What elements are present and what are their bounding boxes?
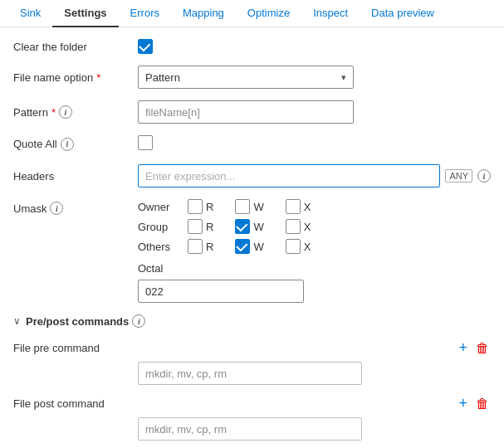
quote-all-row: Quote All i bbox=[13, 135, 491, 153]
pre-post-info-icon[interactable]: i bbox=[132, 314, 145, 328]
file-name-option-control: Pattern ▾ bbox=[138, 66, 491, 89]
umask-others-w-group: W bbox=[235, 239, 263, 254]
umask-others-x-checkbox[interactable] bbox=[286, 239, 301, 254]
file-pre-command-delete-button[interactable]: 🗑 bbox=[474, 339, 491, 358]
tab-bar: Sink Settings Errors Mapping Optimize In… bbox=[0, 0, 504, 27]
file-post-command-add-button[interactable]: + bbox=[457, 393, 469, 414]
umask-group-w-label: W bbox=[253, 221, 263, 233]
quote-all-checkbox[interactable] bbox=[138, 135, 153, 150]
pre-post-chevron-icon[interactable]: ∨ bbox=[13, 315, 21, 327]
umask-owner-label: Owner bbox=[138, 201, 179, 213]
pre-post-title: Pre/post commands i bbox=[26, 314, 145, 328]
pattern-info-icon[interactable]: i bbox=[59, 105, 72, 119]
file-pre-command-input[interactable]: mkdir, mv, cp, rm bbox=[138, 362, 362, 385]
umask-others-r-checkbox[interactable] bbox=[188, 239, 203, 254]
headers-control: Enter expression... ANY i bbox=[138, 164, 491, 187]
clear-folder-row: Clear the folder bbox=[13, 39, 491, 54]
file-name-option-value: Pattern bbox=[145, 71, 180, 84]
umask-grid: Owner R W X Group bbox=[138, 199, 491, 303]
headers-any-badge: ANY bbox=[445, 169, 472, 183]
file-post-command-label: File post command bbox=[13, 397, 138, 410]
umask-owner-row: Owner R W X bbox=[138, 199, 491, 214]
umask-owner-r-checkbox[interactable] bbox=[188, 199, 203, 214]
tab-settings[interactable]: Settings bbox=[52, 0, 118, 27]
file-pre-command-input-row: mkdir, mv, cp, rm bbox=[13, 362, 491, 385]
umask-owner-w-group: W bbox=[235, 199, 263, 214]
clear-folder-control bbox=[138, 39, 491, 54]
file-pre-command-label: File pre command bbox=[13, 342, 138, 354]
tab-optimize[interactable]: Optimize bbox=[236, 0, 301, 27]
octal-label: Octal bbox=[138, 262, 163, 275]
umask-label: Umask i bbox=[13, 199, 138, 215]
pattern-input[interactable]: fileName[n] bbox=[138, 100, 354, 124]
quote-all-label: Quote All i bbox=[13, 138, 138, 151]
octal-input[interactable]: 022 bbox=[138, 280, 304, 303]
umask-group-x-group: X bbox=[286, 219, 311, 234]
umask-others-label: Others bbox=[138, 241, 179, 253]
umask-group-row: Group R W X bbox=[138, 219, 491, 234]
pre-post-section-header: ∨ Pre/post commands i bbox=[13, 314, 491, 328]
tab-data-preview[interactable]: Data preview bbox=[360, 0, 446, 27]
file-pre-command-add-button[interactable]: + bbox=[457, 338, 469, 358]
umask-group-w-checkbox[interactable] bbox=[235, 219, 250, 234]
headers-expression-wrapper: Enter expression... ANY i bbox=[138, 164, 491, 187]
umask-group-label: Group bbox=[138, 221, 179, 233]
file-post-command-input-row: mkdir, mv, cp, rm bbox=[13, 417, 491, 441]
umask-group-r-label: R bbox=[206, 221, 213, 233]
umask-octal-row: Octal bbox=[138, 259, 491, 275]
file-name-option-label: File name option * bbox=[13, 71, 138, 84]
umask-owner-x-label: X bbox=[304, 201, 311, 213]
umask-group-x-label: X bbox=[304, 221, 311, 233]
umask-others-x-group: X bbox=[286, 239, 311, 254]
umask-group-w-group: W bbox=[235, 219, 263, 234]
umask-others-x-label: X bbox=[304, 241, 311, 253]
umask-others-w-checkbox[interactable] bbox=[235, 239, 250, 254]
umask-others-row: Others R W X bbox=[138, 239, 491, 254]
umask-octal-input-row: 022 bbox=[138, 280, 491, 303]
file-post-command-delete-button[interactable]: 🗑 bbox=[474, 395, 491, 413]
umask-group-r-group: R bbox=[188, 219, 213, 234]
quote-all-info-icon[interactable]: i bbox=[61, 138, 74, 151]
file-pre-command-row: File pre command + 🗑 bbox=[13, 338, 491, 358]
umask-owner-x-group: X bbox=[286, 199, 311, 214]
file-name-option-required: * bbox=[96, 71, 100, 84]
umask-info-icon[interactable]: i bbox=[50, 202, 63, 215]
umask-owner-w-checkbox[interactable] bbox=[235, 199, 250, 214]
headers-label: Headers bbox=[13, 170, 138, 183]
chevron-down-icon: ▾ bbox=[341, 72, 346, 83]
umask-others-w-label: W bbox=[253, 241, 263, 253]
settings-content: Clear the folder File name option * Patt… bbox=[0, 27, 504, 448]
pattern-required: * bbox=[51, 106, 56, 119]
umask-group-x-checkbox[interactable] bbox=[286, 219, 301, 234]
umask-others-r-group: R bbox=[188, 239, 213, 254]
pattern-control: fileName[n] bbox=[138, 100, 491, 124]
tab-inspect[interactable]: Inspect bbox=[301, 0, 360, 27]
umask-others-r-label: R bbox=[206, 241, 213, 253]
pattern-row: Pattern * i fileName[n] bbox=[13, 100, 491, 124]
umask-row: Umask i Owner R W X bbox=[13, 199, 491, 303]
headers-info-icon[interactable]: i bbox=[477, 169, 491, 183]
quote-all-control bbox=[138, 135, 491, 153]
pattern-label: Pattern * i bbox=[13, 105, 138, 119]
umask-group-r-checkbox[interactable] bbox=[188, 219, 203, 234]
umask-control: Owner R W X Group bbox=[138, 199, 491, 303]
headers-row: Headers Enter expression... ANY i bbox=[13, 164, 491, 187]
tab-sink[interactable]: Sink bbox=[8, 0, 52, 27]
umask-owner-w-label: W bbox=[253, 201, 263, 213]
tab-errors[interactable]: Errors bbox=[119, 0, 171, 27]
umask-owner-r-label: R bbox=[206, 201, 213, 213]
file-pre-command-actions: + 🗑 bbox=[457, 338, 491, 358]
umask-owner-x-checkbox[interactable] bbox=[286, 199, 301, 214]
clear-folder-label: Clear the folder bbox=[13, 41, 138, 53]
tab-mapping[interactable]: Mapping bbox=[171, 0, 236, 27]
file-name-option-row: File name option * Pattern ▾ bbox=[13, 66, 491, 89]
file-post-command-row: File post command + 🗑 bbox=[13, 393, 491, 414]
file-name-option-select[interactable]: Pattern ▾ bbox=[138, 66, 354, 89]
umask-owner-r-group: R bbox=[188, 199, 213, 214]
file-post-command-input[interactable]: mkdir, mv, cp, rm bbox=[138, 417, 362, 441]
clear-folder-checkbox[interactable] bbox=[138, 39, 153, 54]
file-post-command-actions: + 🗑 bbox=[457, 393, 491, 414]
headers-input[interactable]: Enter expression... bbox=[138, 164, 440, 187]
